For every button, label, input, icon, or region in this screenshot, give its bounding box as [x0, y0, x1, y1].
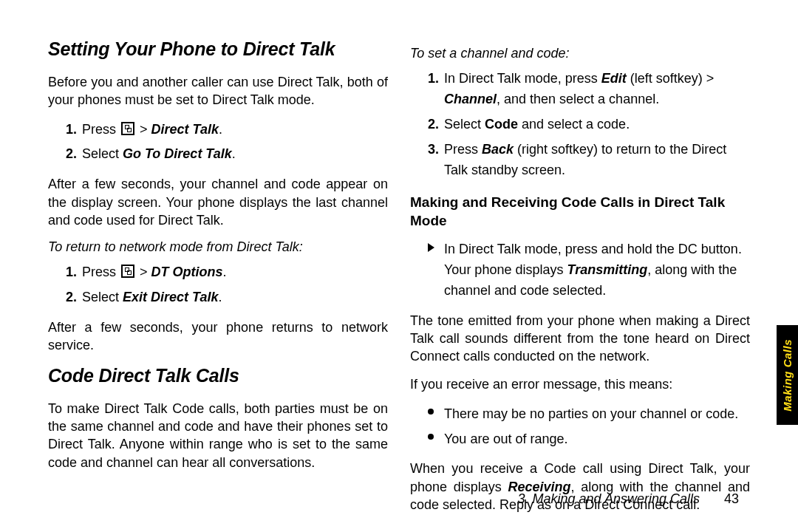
command: Code [485, 117, 518, 132]
list-item: 2. Select Exit Direct Talk. [66, 287, 388, 308]
heading-code-calls: Code Direct Talk Calls [48, 365, 388, 386]
text: You are out of range. [444, 432, 567, 446]
triangle-bullet-icon [428, 243, 434, 252]
round-bullet-icon [428, 409, 434, 415]
list-item: 2. Select Code and select a code. [428, 115, 750, 135]
command: Back [482, 142, 514, 157]
command: Transmitting [567, 262, 647, 277]
command: Edit [601, 71, 627, 86]
page: Setting Your Phone to Direct Talk Before… [0, 0, 798, 532]
command: Exit Direct Talk [123, 290, 218, 304]
text: (left softkey) > [627, 71, 715, 86]
command: Channel [444, 92, 497, 106]
round-bullet-icon [428, 434, 434, 440]
command: DT Options [151, 265, 223, 279]
left-column: Setting Your Phone to Direct Talk Before… [48, 30, 388, 524]
command: Go To Direct Talk [123, 146, 232, 161]
bullet-list-transmitting: In Direct Talk mode, press and hold the … [428, 239, 750, 301]
text: Select [444, 117, 485, 132]
menu-icon [121, 265, 134, 278]
list-item: 1. In Direct Talk mode, press Edit (left… [428, 69, 750, 110]
bullet-list-errors: There may be no parties on your channel … [428, 404, 750, 450]
paragraph: To make Direct Talk Code calls, both par… [48, 400, 388, 471]
list-item: 2. Select Go To Direct Talk. [66, 144, 388, 165]
text: Select [82, 146, 123, 161]
section-tab: Making Calls [777, 325, 798, 425]
heading-setting-direct-talk: Setting Your Phone to Direct Talk [48, 38, 388, 60]
paragraph: Before you and another caller can use Di… [48, 73, 388, 109]
text: > [136, 122, 148, 137]
text: Select [82, 290, 123, 304]
text: and select a code. [518, 117, 630, 132]
text: , and then select a channel. [497, 92, 659, 106]
subheading: To set a channel and code: [410, 46, 750, 61]
subheading: To return to network mode from Direct Ta… [48, 239, 388, 255]
steps-set-channel-code: 1. In Direct Talk mode, press Edit (left… [428, 69, 750, 180]
right-column: To set a channel and code: 1. In Direct … [410, 30, 750, 524]
command: Direct Talk [151, 122, 219, 137]
steps-return-network: 1. Press > DT Options. 2. Select Exit Di… [66, 262, 388, 308]
paragraph: After a few seconds, your phone returns … [48, 318, 388, 355]
page-number: 43 [724, 491, 739, 506]
text: There may be no parties on your channel … [444, 406, 738, 421]
text: Press [82, 122, 120, 137]
menu-icon [121, 122, 134, 135]
footer-section: 3. Making and Answering Calls [517, 491, 699, 506]
page-footer: 3. Making and Answering Calls 43 [517, 491, 739, 507]
section-tab-label: Making Calls [781, 339, 794, 412]
two-column-layout: Setting Your Phone to Direct Talk Before… [48, 30, 754, 524]
text: Press [82, 265, 120, 279]
list-item: 3. Press Back (right softkey) to return … [428, 140, 750, 181]
paragraph: If you receive an error message, this me… [410, 375, 750, 393]
paragraph: The tone emitted from your phone when ma… [410, 312, 750, 366]
steps-enter-direct-talk: 1. Press > Direct Talk. 2. Select Go To … [66, 120, 388, 166]
list-item: 1. Press > Direct Talk. [66, 120, 388, 140]
list-item: There may be no parties on your channel … [428, 404, 750, 425]
text: Press [444, 142, 482, 157]
paragraph: After a few seconds, your channel and co… [48, 175, 388, 229]
text: > [136, 265, 148, 279]
list-item: In Direct Talk mode, press and hold the … [428, 239, 750, 301]
text: In Direct Talk mode, press [444, 71, 601, 86]
list-item: You are out of range. [428, 429, 750, 450]
subheading-bold: Making and Receiving Code Calls in Direc… [410, 194, 750, 230]
list-item: 1. Press > DT Options. [66, 262, 388, 283]
